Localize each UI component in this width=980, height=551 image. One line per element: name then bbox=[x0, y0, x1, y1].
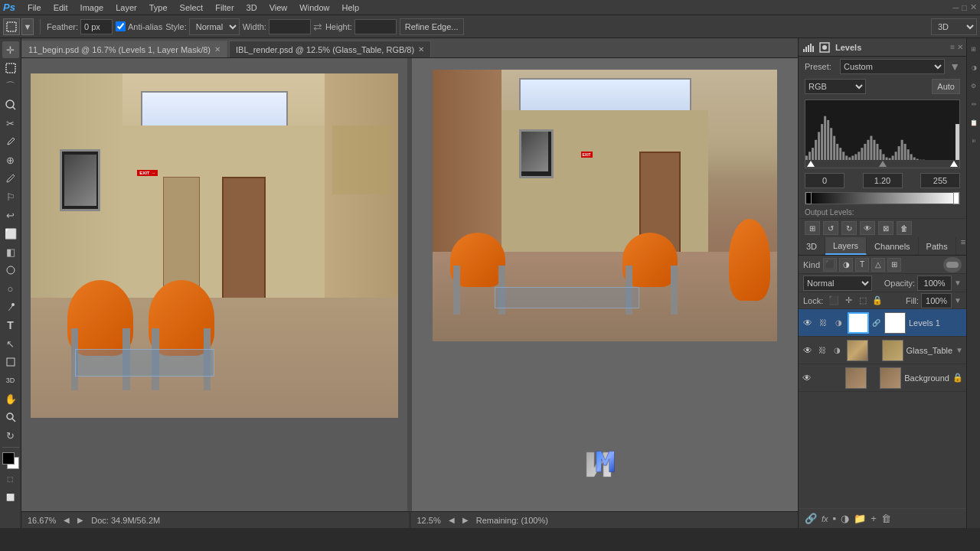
panel-toggle-6[interactable]: ≡ bbox=[968, 133, 980, 148]
action-btn-1[interactable]: ⊞ bbox=[805, 221, 820, 235]
layer-add-icon[interactable]: + bbox=[871, 513, 877, 524]
filter-type[interactable]: T bbox=[855, 258, 869, 272]
gradient-tool[interactable]: ◧ bbox=[2, 243, 19, 260]
marquee-tool-dropdown[interactable]: ▼ bbox=[21, 18, 34, 35]
doc-tab-2[interactable]: IBL_render.psd @ 12.5% (Glass_Table, RGB… bbox=[229, 41, 431, 57]
action-btn-5[interactable]: ⊠ bbox=[878, 221, 893, 235]
menu-window[interactable]: Window bbox=[293, 3, 335, 12]
tab-channels[interactable]: Channels bbox=[867, 237, 918, 255]
mid-input-handle[interactable] bbox=[879, 161, 887, 167]
panel-toggle-3[interactable]: ⚙ bbox=[968, 78, 980, 93]
doc-tab-1-close[interactable]: ✕ bbox=[214, 45, 220, 54]
properties-collapse[interactable]: ≡ bbox=[950, 43, 955, 51]
eyedropper-tool[interactable] bbox=[2, 133, 19, 150]
panel-toggle-1[interactable]: ⊞ bbox=[968, 41, 980, 57]
blur-tool[interactable] bbox=[2, 262, 19, 279]
action-btn-4[interactable]: 👁 bbox=[860, 221, 875, 235]
doc-tab-1[interactable]: 11_begin.psd @ 16.7% (Levels 1, Layer Ma… bbox=[21, 41, 227, 57]
layer-link-glasstable[interactable]: ⛓ bbox=[817, 344, 829, 357]
path-selection-tool[interactable]: ↖ bbox=[2, 335, 19, 352]
width-input[interactable] bbox=[269, 19, 311, 34]
lock-pixels-icon[interactable]: ⬛ bbox=[828, 295, 840, 307]
menu-type[interactable]: Type bbox=[143, 3, 174, 12]
lock-position-icon[interactable]: ✛ bbox=[842, 295, 854, 307]
output-black-handle[interactable] bbox=[805, 192, 812, 204]
anti-alias-checkbox[interactable] bbox=[116, 21, 126, 31]
layer-fx-icon[interactable]: fx bbox=[822, 514, 828, 523]
auto-button[interactable]: Auto bbox=[932, 79, 960, 94]
menu-layer[interactable]: Layer bbox=[109, 3, 143, 12]
crop-tool[interactable]: ✂ bbox=[2, 115, 19, 132]
layer-link2-glasstable[interactable]: ◑ bbox=[831, 344, 844, 357]
output-gradient-slider[interactable] bbox=[805, 192, 960, 204]
quick-select-tool[interactable] bbox=[2, 96, 19, 113]
swap-icon[interactable]: ⇄ bbox=[313, 21, 322, 33]
filter-shape[interactable]: △ bbox=[871, 258, 885, 272]
layer-adjustment-add-icon[interactable]: ◑ bbox=[841, 513, 849, 524]
layer-vis-levels1[interactable]: 👁 bbox=[802, 317, 814, 329]
filter-pixel[interactable]: ⬛ bbox=[823, 258, 837, 272]
levels-white-input[interactable]: 255 bbox=[920, 173, 960, 188]
preset-select[interactable]: Custom Default bbox=[840, 59, 945, 74]
tab-layers[interactable]: Layers bbox=[825, 237, 867, 255]
opacity-input[interactable] bbox=[917, 276, 952, 291]
fill-input[interactable] bbox=[921, 293, 952, 308]
lock-artboard-icon[interactable]: ⬚ bbox=[857, 295, 869, 307]
layer-vis-glasstable[interactable]: 👁 bbox=[802, 344, 814, 357]
menu-file[interactable]: File bbox=[21, 3, 47, 12]
nav-next-right[interactable]: ▶ bbox=[462, 516, 469, 524]
output-white-handle[interactable] bbox=[953, 192, 959, 204]
lock-all-icon[interactable]: 🔒 bbox=[871, 295, 884, 307]
lasso-tool[interactable]: ⌒ bbox=[2, 78, 19, 95]
workspace-select[interactable]: 3D bbox=[931, 18, 977, 35]
feather-input[interactable] bbox=[80, 19, 113, 34]
nav-next-left[interactable]: ▶ bbox=[77, 516, 83, 524]
fill-chevron[interactable]: ▼ bbox=[954, 296, 962, 305]
move-tool[interactable]: ✛ bbox=[2, 41, 19, 58]
layer-link-icon[interactable]: 🔗 bbox=[805, 513, 817, 524]
color-picker[interactable] bbox=[2, 452, 19, 469]
mask-icon[interactable] bbox=[818, 41, 831, 54]
layer-mask-add-icon[interactable]: ▪ bbox=[833, 513, 837, 524]
panel-toggle-2[interactable]: ◑ bbox=[968, 60, 980, 75]
white-input-handle[interactable] bbox=[950, 161, 958, 167]
preset-dropdown-icon[interactable]: ▼ bbox=[949, 60, 960, 73]
black-input-handle[interactable] bbox=[807, 161, 815, 167]
tab-paths[interactable]: Paths bbox=[919, 237, 956, 255]
layer-item-glasstable[interactable]: 👁 ⛓ ◑ Glass_Table ▼ bbox=[799, 337, 966, 364]
filter-toggle[interactable] bbox=[943, 257, 962, 272]
opacity-chevron[interactable]: ▼ bbox=[954, 279, 962, 287]
levels-mid-input[interactable]: 1.20 bbox=[863, 173, 903, 188]
histogram-icon[interactable] bbox=[802, 41, 815, 54]
blend-mode-select[interactable]: Normal Multiply Screen bbox=[803, 276, 872, 291]
menu-view[interactable]: View bbox=[263, 3, 294, 12]
layer-folder-icon[interactable]: 📁 bbox=[854, 513, 866, 524]
shape-tool[interactable] bbox=[2, 354, 19, 370]
type-tool[interactable]: T bbox=[2, 317, 19, 334]
quick-mask-tool[interactable]: ⬚ bbox=[2, 471, 19, 487]
hand-tool[interactable]: ✋ bbox=[2, 390, 19, 407]
menu-help[interactable]: Help bbox=[335, 3, 365, 12]
layers-panel-menu[interactable]: ≡ bbox=[956, 237, 966, 255]
levels-black-input[interactable]: 0 bbox=[805, 173, 844, 188]
nav-prev-left[interactable]: ◀ bbox=[64, 516, 70, 524]
rotate-tool[interactable]: ↻ bbox=[2, 427, 19, 444]
layer-link-levels1[interactable]: ⛓ bbox=[817, 317, 829, 329]
screen-mode-tool[interactable]: ⬜ bbox=[2, 489, 19, 506]
properties-menu[interactable]: ✕ bbox=[957, 43, 963, 51]
menu-image[interactable]: Image bbox=[74, 3, 110, 12]
action-btn-delete[interactable]: 🗑 bbox=[897, 221, 912, 235]
refine-edge-button[interactable]: Refine Edge... bbox=[400, 18, 464, 35]
height-input[interactable] bbox=[354, 19, 397, 34]
menu-select[interactable]: Select bbox=[174, 3, 210, 12]
style-select[interactable]: Normal bbox=[189, 18, 240, 35]
channel-select[interactable]: RGB Red Green Blue bbox=[805, 79, 866, 94]
marquee-tool[interactable] bbox=[3, 18, 20, 35]
action-btn-3[interactable]: ↻ bbox=[841, 221, 857, 235]
layer-item-background[interactable]: 👁 Background 🔒 bbox=[799, 364, 966, 392]
foreground-color[interactable] bbox=[2, 452, 15, 465]
3d-tool[interactable]: 3D bbox=[2, 372, 19, 389]
dodge-tool[interactable]: ○ bbox=[2, 280, 19, 297]
layer-item-levels1[interactable]: 👁 ⛓ ◑ 🔗 Levels 1 bbox=[799, 309, 966, 337]
history-brush-tool[interactable]: ↩ bbox=[2, 207, 19, 223]
